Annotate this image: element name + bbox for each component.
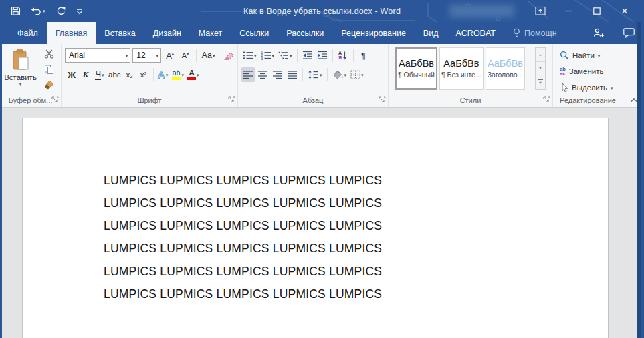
font-size-combobox[interactable]: 12 ▾ — [132, 48, 161, 63]
style-card-no-spacing[interactable]: АаБбВв ¶ Без инте... — [439, 47, 484, 90]
tab-references[interactable]: Ссылки — [231, 22, 278, 44]
shading-caret-icon: ▾ — [344, 73, 347, 77]
window-border-right — [637, 22, 644, 338]
text-line[interactable]: LUMPICS LUPMICS LUMPICS LUPMICS LUMPICS — [104, 237, 382, 260]
paragraph-group-label: Абзац — [238, 93, 388, 107]
blurred-account-area — [449, 5, 514, 17]
subscript-button[interactable]: x₂ — [123, 67, 136, 82]
tab-layout[interactable]: Макет — [190, 22, 231, 44]
gallery-scroll-down-button[interactable]: ▾ — [536, 62, 545, 76]
tab-mailings[interactable]: Рассылки — [278, 22, 332, 44]
font-family-combobox[interactable]: Arial ▾ — [65, 48, 130, 63]
select-label: Выделить — [572, 83, 607, 92]
text-line[interactable]: LUMPICS LUPMICS LUMPICS LUPMICS LUMPICS — [104, 192, 382, 214]
shrink-font-button[interactable]: A▾ — [179, 48, 192, 63]
borders-icon — [350, 70, 360, 79]
justify-button[interactable] — [286, 67, 299, 82]
align-right-button[interactable] — [271, 67, 284, 82]
line-spacing-button[interactable]: ▾ — [306, 67, 324, 82]
document-area[interactable]: LUMPICS LUPMICS LUMPICS LUPMICS LUMPICS … — [0, 108, 644, 338]
italic-button[interactable]: К — [79, 67, 92, 82]
eraser-icon — [223, 51, 234, 60]
highlight-color-button[interactable]: ab ▾ — [171, 67, 186, 82]
paste-clipboard-icon — [12, 49, 29, 71]
ribbon-tab-row: Файл Главная Вставка Дизайн Макет Ссылки… — [0, 22, 644, 44]
scissors-icon — [44, 49, 54, 59]
borders-caret-icon: ▾ — [361, 73, 364, 77]
align-center-button[interactable] — [256, 67, 270, 82]
replace-button[interactable]: ab ac Заменить — [560, 64, 613, 79]
font-size-value: 12 — [136, 51, 145, 60]
close-button[interactable]: × — [611, 0, 639, 22]
paragraph-dialog-launcher[interactable] — [379, 96, 386, 104]
multilevel-list-button[interactable]: ▾ — [277, 48, 294, 63]
format-painter-button[interactable] — [41, 78, 57, 92]
strikethrough-button[interactable]: abc — [107, 67, 122, 82]
title-bar: ▾ Как в Ворде убрать ссылки.docx - Word — [0, 0, 644, 22]
copy-button[interactable] — [41, 63, 57, 76]
gallery-more-button[interactable]: ▾ — [536, 75, 545, 89]
text-line[interactable]: LUMPICS LUPMICS LUMPICS LUPMICS LUMPICS — [104, 214, 382, 237]
increase-indent-button[interactable] — [316, 48, 329, 63]
minimize-button[interactable] — [554, 0, 582, 22]
maximize-icon — [593, 7, 601, 15]
ribbon-display-options-button[interactable] — [526, 0, 554, 22]
tab-design[interactable]: Дизайн — [144, 22, 190, 44]
cut-button[interactable] — [41, 47, 57, 61]
tab-insert[interactable]: Вставка — [96, 22, 144, 44]
style-name: Заголово... — [488, 71, 524, 79]
clipboard-dialog-launcher[interactable] — [51, 96, 59, 104]
strikethrough-label: abc — [108, 71, 121, 79]
bullets-button[interactable]: ▾ — [241, 48, 258, 63]
font-color-caret-icon: ▾ — [197, 73, 199, 77]
comments-button[interactable] — [623, 28, 635, 38]
underline-caret-icon: ▾ — [102, 73, 104, 77]
tab-review[interactable]: Рецензирование — [332, 22, 415, 44]
maximize-button[interactable] — [582, 0, 611, 22]
divider — [297, 49, 298, 62]
clear-formatting-button[interactable] — [222, 48, 235, 63]
gallery-scroll-up-button[interactable]: ▴ — [536, 48, 545, 62]
tab-view[interactable]: Вид — [415, 22, 447, 44]
shading-button[interactable]: ▾ — [331, 67, 348, 82]
text-line[interactable]: LUMPICS LUPMICS LUMPICS LUPMICS LUMPICS — [104, 169, 382, 192]
paste-button[interactable]: Вставить ▾ — [2, 46, 39, 92]
numbering-button[interactable]: 123 ▾ — [259, 48, 276, 63]
document-text[interactable]: LUMPICS LUPMICS LUMPICS LUPMICS LUMPICS … — [104, 169, 382, 305]
grow-font-letter: A — [166, 51, 172, 60]
grow-font-button[interactable]: A▴ — [163, 48, 177, 63]
document-page[interactable]: LUMPICS LUPMICS LUMPICS LUPMICS LUMPICS … — [22, 118, 609, 338]
tab-file[interactable]: Файл — [9, 22, 47, 44]
borders-button[interactable]: ▾ — [349, 67, 365, 82]
text-line[interactable]: LUMPICS LUPMICS LUMPICS LUPMICS LUMPICS — [104, 260, 382, 283]
align-left-button[interactable] — [241, 67, 255, 82]
text-line[interactable]: LUMPICS LUPMICS LUMPICS LUPMICS LUMPICS — [104, 283, 382, 305]
underline-label: Ч — [95, 69, 101, 80]
text-effects-button[interactable]: А ▾ — [156, 67, 170, 82]
tab-acrobat[interactable]: ACROBAT — [447, 22, 504, 44]
select-caret-icon: ▾ — [611, 86, 613, 90]
font-color-bar — [187, 77, 196, 80]
underline-button[interactable]: Ч ▾ — [93, 67, 106, 82]
shading-bucket-icon — [332, 70, 344, 80]
style-preview: АаБбВв — [399, 58, 434, 69]
find-button[interactable]: Найти ▾ — [560, 48, 613, 63]
share-button[interactable] — [593, 28, 605, 38]
paste-label: Вставить — [4, 73, 37, 81]
show-paragraph-marks-button[interactable]: ¶ — [357, 48, 370, 63]
divider — [332, 49, 333, 62]
superscript-button[interactable]: x² — [137, 67, 150, 82]
style-card-heading[interactable]: АаБбВв Заголово... — [486, 47, 526, 90]
sort-arrow-icon — [342, 51, 347, 60]
style-card-normal[interactable]: АаБбВв ¶ Обычный — [395, 47, 437, 90]
decrease-indent-button[interactable] — [301, 48, 314, 63]
bold-button[interactable]: Ж — [65, 67, 78, 82]
sort-button[interactable]: А Я — [336, 48, 350, 63]
change-case-button[interactable]: Aa ▾ — [201, 48, 216, 63]
font-color-button[interactable]: А ▾ — [186, 67, 201, 82]
font-dialog-launcher[interactable] — [228, 96, 235, 104]
styles-dialog-launcher[interactable] — [543, 96, 550, 104]
tell-me-assistant[interactable]: Помощн — [504, 22, 566, 44]
tab-home[interactable]: Главная — [47, 22, 96, 44]
down-triangle-icon: ▾ — [539, 66, 541, 71]
